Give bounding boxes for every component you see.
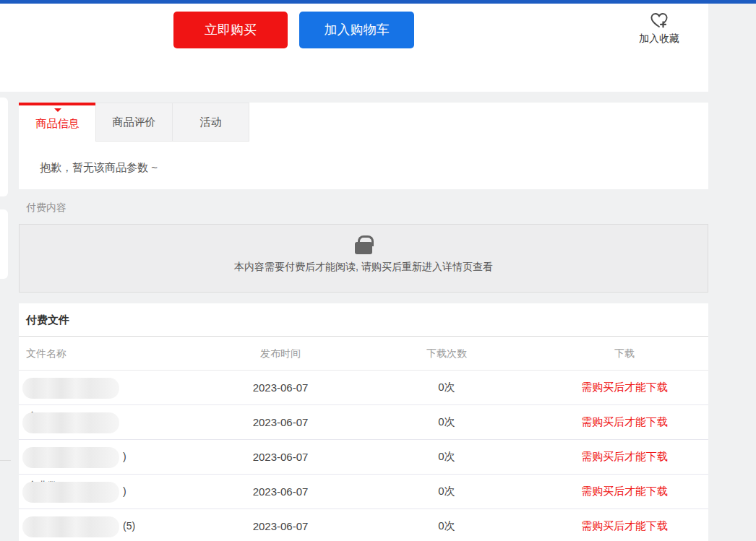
file-name-fragment: (5)	[123, 520, 135, 532]
download-link[interactable]: 需购买后才能下载	[581, 485, 668, 497]
lock-icon	[355, 242, 372, 254]
download-link[interactable]: 需购买后才能下载	[581, 415, 668, 428]
publish-date: 2023-06-07	[208, 416, 353, 428]
redaction-blob	[22, 378, 119, 399]
redaction-blob	[22, 412, 119, 433]
download-link[interactable]: 需购买后才能下载	[581, 381, 668, 393]
left-cutoff-panel-top	[0, 98, 8, 196]
paid-content-label: 付费内容	[26, 202, 66, 215]
files-table-header: 文件名称 发布时间 下载次数 下载	[19, 337, 708, 371]
col-file-name: 文件名称	[19, 337, 208, 371]
redaction-blob	[22, 516, 119, 537]
col-publish-time: 发布时间	[208, 347, 353, 360]
locked-message: 本内容需要付费后才能阅读, 请购买后重新进入详情页查看	[20, 261, 708, 274]
redaction-blob	[22, 482, 119, 503]
table-row: 2023-06-07 0次 需购买后才能下载	[19, 371, 708, 405]
publish-date: 2023-06-07	[208, 381, 353, 394]
table-row: (5) 2023-06-07 0次 需购买后才能下载	[19, 509, 708, 541]
tab-activities[interactable]: 活动	[172, 103, 249, 142]
download-link[interactable]: 需购买后才能下载	[581, 519, 668, 532]
product-detail-page: 立即购买 加入购物车 加入收藏 商品信息 商品评价 活动 抱歉，暂无该商品参数 …	[0, 0, 756, 541]
download-count: 0次	[353, 485, 541, 498]
file-name-redacted: (5)	[19, 509, 208, 541]
download-count: 0次	[353, 519, 541, 533]
file-name-redacted: 个	[19, 405, 208, 439]
download-count: 0次	[353, 381, 541, 394]
purchase-area: 立即购买 加入购物车 加入收藏	[0, 4, 708, 92]
add-to-cart-button[interactable]: 加入购物车	[299, 12, 414, 48]
file-name-redacted: 企业数 )	[19, 475, 208, 508]
left-cutoff-divider	[0, 460, 11, 461]
paid-files-panel: 付费文件 文件名称 发布时间 下载次数 下载 2023-06-07 0次 需购买…	[19, 303, 708, 541]
col-download-count: 下载次数	[353, 347, 541, 360]
product-info-panel: 商品信息 商品评价 活动 抱歉，暂无该商品参数 ~	[19, 103, 708, 189]
table-row: 企业数 ) 2023-06-07 0次 需购买后才能下载	[19, 475, 708, 509]
file-name-fragment: )	[123, 485, 126, 497]
tab-bar: 商品信息 商品评价 活动	[19, 103, 708, 142]
download-link[interactable]: 需购买后才能下载	[581, 450, 668, 462]
table-row: 个 2023-06-07 0次 需购买后才能下载	[19, 405, 708, 440]
tab-product-reviews[interactable]: 商品评价	[95, 103, 173, 142]
left-cutoff-panel-bottom	[0, 209, 8, 279]
redaction-blob	[22, 447, 119, 468]
publish-date: 2023-06-07	[208, 520, 353, 532]
publish-date: 2023-06-07	[208, 485, 353, 498]
publish-date: 2023-06-07	[208, 451, 353, 463]
table-row: ) 2023-06-07 0次 需购买后才能下载	[19, 440, 708, 475]
download-count: 0次	[353, 415, 541, 429]
paid-files-title: 付费文件	[19, 303, 708, 337]
file-name-redacted	[19, 371, 208, 404]
file-name-redacted: )	[19, 440, 208, 474]
add-to-favorites[interactable]: 加入收藏	[627, 9, 691, 46]
col-download: 下载	[541, 347, 708, 360]
heart-plus-icon	[627, 9, 691, 31]
no-parameters-notice: 抱歉，暂无该商品参数 ~	[19, 142, 708, 175]
locked-content-box: 本内容需要付费后才能阅读, 请购买后重新进入详情页查看	[19, 224, 708, 293]
tab-product-info[interactable]: 商品信息	[19, 103, 96, 142]
files-table-body: 2023-06-07 0次 需购买后才能下载 个 2023-06-07 0次 需…	[19, 371, 708, 541]
download-count: 0次	[353, 450, 541, 464]
buy-now-button[interactable]: 立即购买	[173, 12, 288, 48]
file-name-fragment: )	[123, 451, 126, 462]
favorite-label: 加入收藏	[627, 33, 691, 46]
